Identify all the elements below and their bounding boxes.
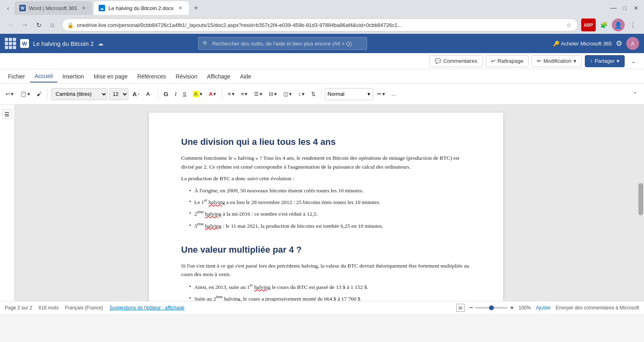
menu-aide[interactable]: Aide xyxy=(235,71,256,82)
border-button[interactable]: ⊟ ▾ xyxy=(266,88,279,101)
zoom-slider-thumb xyxy=(489,305,494,310)
bullets-button[interactable]: ≡ ▾ xyxy=(225,88,237,101)
tab-close-halving[interactable]: ✕ xyxy=(177,4,184,12)
tab-halving-docx[interactable]: ☁ Le halving du Bitcoin 2.docx ✕ xyxy=(94,1,189,15)
menu-affichage[interactable]: Affichage xyxy=(202,71,235,82)
pen-button[interactable]: ✏ ▾ xyxy=(375,88,388,101)
collapse-ribbon-button[interactable]: ⌃ xyxy=(630,89,641,100)
menu-accueil[interactable]: Accueil xyxy=(30,70,58,82)
settings-button[interactable]: ⚙ xyxy=(616,39,622,48)
font-size-select[interactable]: 12 xyxy=(109,88,128,100)
new-tab-button[interactable]: + xyxy=(190,2,202,14)
extensions-button[interactable]: 🧩 xyxy=(597,19,610,31)
bookmark-button[interactable]: ☆ xyxy=(565,21,573,29)
share-button[interactable]: ↑ Partager ▾ xyxy=(585,55,625,67)
word-search-box[interactable]: 🔍 Rechercher des outils, de l'aide et bi… xyxy=(198,37,367,50)
status-bar: Page 2 sur 2 616 mots Français (France) … xyxy=(0,301,644,314)
tab-scroll-left-button[interactable]: ‹ xyxy=(3,3,13,13)
scrollbar-track[interactable] xyxy=(638,105,643,301)
rattrapage-button[interactable]: ↩ Rattrapage xyxy=(486,55,528,67)
bullets-dropdown-icon: ▾ xyxy=(232,91,235,97)
abp-button[interactable]: ABP xyxy=(581,19,596,31)
italic-button[interactable]: I xyxy=(172,88,179,101)
maximize-button[interactable]: □ xyxy=(620,3,630,13)
sort-button[interactable]: ⇅ xyxy=(309,88,318,101)
nav-buttons: ← → ↻ ⌂ xyxy=(5,19,59,31)
buy-microsoft365-button[interactable]: 🔑 Acheter Microsoft 365 xyxy=(553,41,612,47)
increase-font-button[interactable]: A+ xyxy=(130,88,142,101)
bullet-item-3: 2ème halving à la mi-2016 : ce nombre s'… xyxy=(181,209,471,218)
clipboard-button[interactable]: 📋 ▾ xyxy=(18,88,33,101)
scrollbar-thumb[interactable] xyxy=(638,183,643,215)
style-dropdown[interactable]: Normal ▾ xyxy=(325,88,373,100)
page-info: Page 2 sur 2 xyxy=(5,305,32,311)
send-feedback[interactable]: Envoyer des commentaires à Microsoft xyxy=(556,305,639,311)
tab-word-microsoft365[interactable]: W Word | Microsoft 365 ✕ xyxy=(14,1,92,15)
format-painter-button[interactable]: 🖌 xyxy=(34,88,44,101)
tab-close-word[interactable]: ✕ xyxy=(80,4,87,12)
search-icon: 🔍 xyxy=(202,41,209,47)
font-family-select[interactable]: Cambria (titres) xyxy=(51,88,107,100)
forward-button[interactable]: → xyxy=(19,19,31,31)
spacing-button[interactable]: ↕ ▾ xyxy=(296,88,307,101)
profile-avatar: 👤 xyxy=(612,19,625,31)
align-button[interactable]: ☰ ▾ xyxy=(252,88,265,101)
tab-title-halving: Le halving du Bitcoin 2.docx xyxy=(108,5,173,11)
expand-ribbon-button[interactable]: ⌄ xyxy=(628,56,639,67)
minimize-button[interactable]: — xyxy=(609,3,618,13)
zoom-minus-button[interactable]: − xyxy=(469,304,473,311)
undo-button[interactable]: ↩ ▾ xyxy=(3,88,16,101)
tab-bar: ‹ W Word | Microsoft 365 ✕ ☁ Le halving … xyxy=(0,0,644,16)
font-color-button[interactable]: A ▾ xyxy=(206,88,219,101)
comments-button[interactable]: 💬 Commentaires xyxy=(429,55,483,67)
underline-button[interactable]: S xyxy=(180,88,189,101)
modification-button[interactable]: ✏ Modification ▾ xyxy=(532,55,581,67)
back-button[interactable]: ← xyxy=(5,19,18,31)
view-icon[interactable]: ▤ xyxy=(456,304,464,312)
menu-mise-en-page[interactable]: Mise en page xyxy=(89,71,132,82)
comments-icon: 💬 xyxy=(435,58,441,64)
menu-fichier[interactable]: Fichier xyxy=(3,71,30,82)
zoom-adjust-button[interactable]: Ajuster xyxy=(536,305,551,311)
word-app: W Le halving du Bitcoin 2 ☁ 🔍 Rechercher… xyxy=(0,34,644,314)
bold-button[interactable]: G xyxy=(161,88,171,101)
close-browser-button[interactable]: ✕ xyxy=(631,3,641,13)
comments-label: Commentaires xyxy=(443,58,477,64)
align-dropdown-icon: ▾ xyxy=(260,91,262,97)
profile-avatar-button[interactable]: 👤 xyxy=(612,19,625,31)
font-color-icon: A xyxy=(209,91,213,97)
cloud-save-icon[interactable]: ☁ xyxy=(98,40,103,47)
apps-grid-icon[interactable] xyxy=(5,38,16,49)
undo-icon: ↩ xyxy=(6,91,10,97)
numbering-button[interactable]: ≡ ▾ xyxy=(239,88,250,101)
browser-actions: ABP 🧩 👤 ⋮ xyxy=(581,19,639,31)
section1-heading: Une division qui a lieu tous les 4 ans xyxy=(181,137,471,147)
editor-suggestion[interactable]: Suggestions de l'éditeur : affichage xyxy=(109,305,184,311)
refresh-button[interactable]: ↻ xyxy=(32,19,45,31)
address-bar[interactable]: 🔒 onedrive.live.com/personal/0cbb84726c1… xyxy=(62,19,578,31)
decrease-font-button[interactable]: A- xyxy=(144,88,154,101)
section2-heading: Une valeur multipliée par 4 ? xyxy=(181,245,471,255)
zoom-plus-button[interactable]: + xyxy=(510,304,514,311)
highlight-button[interactable]: A ▾ xyxy=(190,88,205,101)
rattrapage-label: Rattrapage xyxy=(497,58,523,64)
more-options-button[interactable]: ... xyxy=(389,88,398,101)
browser-menu-button[interactable]: ⋮ xyxy=(626,19,639,31)
pen-icon: ✏ xyxy=(377,91,382,97)
menu-revision[interactable]: Révision xyxy=(171,71,202,82)
bullet-text-2: Le 1er halving a eu lieu le 28 novembre … xyxy=(194,197,471,206)
section2-body: Si l'on s'en tient à ce qui s'est passé … xyxy=(181,262,471,301)
toolbar-sep-3 xyxy=(222,89,222,100)
zoom-slider[interactable] xyxy=(475,307,508,309)
navigation-pane-button[interactable]: ☰ xyxy=(2,109,12,119)
menu-references[interactable]: Références xyxy=(132,71,171,82)
user-avatar[interactable]: A xyxy=(626,37,639,50)
home-button[interactable]: ⌂ xyxy=(46,19,59,31)
shading-dropdown-icon: ▾ xyxy=(289,91,292,97)
shading-button[interactable]: ◫ ▾ xyxy=(281,88,294,101)
menu-insertion[interactable]: Insertion xyxy=(58,71,89,82)
document-page[interactable]: Une division qui a lieu tous les 4 ans C… xyxy=(149,113,503,301)
style-dropdown-icon: ▾ xyxy=(367,91,370,97)
shading-icon: ◫ xyxy=(283,91,288,97)
format-painter-icon: 🖌 xyxy=(37,91,42,97)
